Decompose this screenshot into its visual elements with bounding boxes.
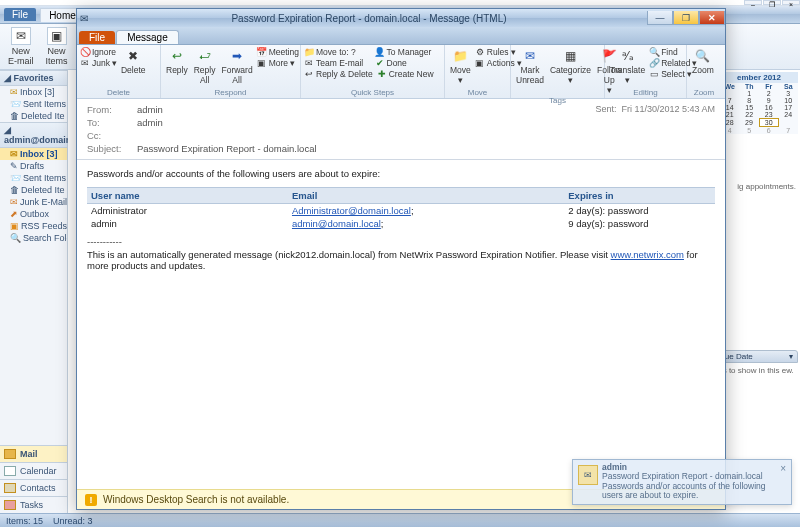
create-new-button[interactable]: ✚Create New [377,69,441,79]
outer-close-button[interactable]: × [782,0,800,5]
zoom-group-label: Zoom [690,87,718,98]
status-unread: Unread: 3 [53,516,93,526]
contacts-icon [4,483,16,493]
nav-contacts[interactable]: Contacts [0,479,67,496]
categorize-button[interactable]: ▦Categorize▾ [548,47,593,85]
tasks-icon [4,500,16,510]
account-header[interactable]: ◢ admin@domain.l [0,122,67,148]
folder-drafts[interactable]: ✎Drafts [0,160,67,172]
team-icon: ✉ [304,58,314,68]
folder-outbox[interactable]: ⬈Outbox [0,208,67,220]
nav-mail[interactable]: Mail [0,445,67,462]
table-row: Administrator Administrator@domain.local… [87,204,715,218]
folder-sent[interactable]: 📨Sent Items [0,172,67,184]
date-navigator[interactable]: ember 2012 WeThFrSa 123 78910 14151617 2… [720,72,798,134]
select-icon: ▭ [649,69,659,79]
move-button[interactable]: 📁Move▾ [448,47,473,85]
col-user: User name [87,188,288,204]
max-button[interactable]: ❐ [673,11,699,25]
expiration-table: User name Email Expires in Administrator… [87,187,715,230]
meeting-button[interactable]: 📅Meeting [257,47,299,57]
status-bar: Items: 15 Unread: 3 [0,513,800,527]
delete-group-label: Delete [80,87,157,98]
message-headers: From: admin Sent: Fri 11/30/2012 5:43 AM… [77,99,725,160]
delete-icon: ✖ [124,47,142,65]
msg-tab-message[interactable]: Message [116,30,179,44]
respond-group-label: Respond [164,87,297,98]
nav-tasks[interactable]: Tasks [0,496,67,513]
new-items-label: New Items [46,46,68,66]
subject-value: Password Expiration Report - domain.loca… [137,143,715,154]
todo-header[interactable]: Due Date ▾ [714,350,798,363]
min-button[interactable]: — [647,11,673,25]
table-row: admin admin@domain.local; 9 day(s): pass… [87,217,715,230]
message-titlebar[interactable]: ✉ Password Expiration Report - domain.lo… [77,9,725,27]
fav-sent[interactable]: 📨Sent Items [0,98,67,110]
toast-close-icon[interactable]: × [780,463,786,501]
message-body: Passwords and/or accounts of the followi… [77,160,725,489]
outer-restore-button[interactable]: ❐ [763,0,781,5]
editing-group-label: Editing [608,87,683,98]
nav-calendar[interactable]: Calendar [0,462,67,479]
translate-button[interactable]: ᵃ⁄ₐTranslate▾ [608,47,647,85]
forward-button[interactable]: ➡Forward All [219,47,254,85]
outer-min-button[interactable]: – [744,0,762,5]
reply-button[interactable]: ↩Reply [164,47,190,75]
message-title: Password Expiration Report - domain.loca… [91,13,647,24]
folder-rss[interactable]: ▣RSS Feeds [0,220,67,232]
folder-junk[interactable]: ✉Junk E-Mail [0,196,67,208]
todo-empty-msg: ms to show in this ew. [716,366,796,375]
done-button[interactable]: ✔Done [375,58,442,68]
auto-message: This is an automatically generated messa… [87,249,715,271]
new-email-label: New E-mail [8,46,34,66]
rules-icon: ⚙ [475,47,485,57]
fav-deleted[interactable]: 🗑Deleted Ite [0,110,67,122]
email-link[interactable]: Administrator@domain.local [292,205,411,216]
reply-icon: ↩ [168,47,186,65]
fav-inbox[interactable]: ✉Inbox [3] [0,86,67,98]
col-expires: Expires in [564,188,715,204]
junk-button[interactable]: ✉Junk ▾ [80,58,117,68]
mail-icon [4,449,16,459]
related-icon: 🔗 [649,58,659,68]
more-button[interactable]: ▣More ▾ [257,58,299,68]
quicksteps-group-label: Quick Steps [304,87,441,98]
reply-all-button[interactable]: ⮐Reply All [192,47,218,85]
junk-icon: ✉ [80,58,90,68]
warning-icon: ! [85,494,97,506]
delete-button[interactable]: ✖Delete [119,47,148,75]
to-value: admin [137,117,715,128]
body-intro: Passwords and/or accounts of the followi… [87,166,715,185]
tab-file[interactable]: File [4,8,36,21]
folder-inbox[interactable]: ✉Inbox [3] [0,148,67,160]
new-mail-toast[interactable]: ✉ admin Password Expiration Report - dom… [572,459,792,505]
folder-search[interactable]: 🔍Search Fold [0,232,67,244]
mark-unread-button[interactable]: ✉Mark Unread [514,47,546,85]
subject-label: Subject: [87,143,137,154]
email-link[interactable]: admin@domain.local [292,218,381,229]
unread-icon: ✉ [521,47,539,65]
reply-delete-button[interactable]: ↩Reply & Delete [304,69,373,79]
to-manager-button[interactable]: 👤To Manager [375,47,442,57]
netwrix-link[interactable]: www.netwrix.com [611,249,684,260]
team-email-button[interactable]: ✉Team E-mail [304,58,371,68]
calendar-month: ember 2012 [720,72,798,83]
favorites-header[interactable]: ◢ Favorites [0,70,67,86]
moveto-button[interactable]: 📁Move to: ? [304,47,371,57]
zoom-button[interactable]: 🔍Zoom [690,47,716,75]
new-email-icon[interactable]: ✉ [11,27,31,45]
actions-icon: ▣ [475,58,485,68]
folder-pane: ◢ Favorites ✉Inbox [3] 📨Sent Items 🗑Dele… [0,70,68,513]
new-items-icon[interactable]: ▣ [47,27,67,45]
close-button[interactable]: ✕ [699,11,725,25]
message-window: ✉ Password Expiration Report - domain.lo… [76,8,726,510]
folder-deleted[interactable]: 🗑Deleted Ite [0,184,67,196]
calendar-today[interactable]: 30 [759,119,779,127]
find-icon: 🔍 [649,47,659,57]
folder-icon: 📁 [304,47,314,57]
ignore-button[interactable]: 🚫Ignore [80,47,117,57]
msg-tab-file[interactable]: File [79,31,115,44]
reply-all-icon: ⮐ [196,47,214,65]
meeting-icon: 📅 [257,47,267,57]
chevron-down-icon: ▾ [789,352,793,361]
